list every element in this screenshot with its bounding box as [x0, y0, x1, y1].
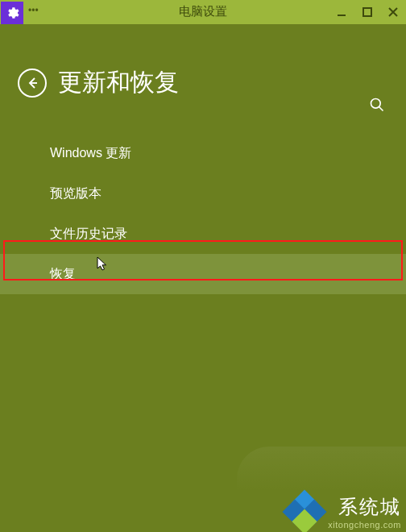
window-controls	[329, 0, 406, 24]
pc-settings-window: ••• 电脑设置 更新和恢复 Windows 更新	[0, 0, 406, 532]
menu-item-preview-builds[interactable]: 预览版本	[0, 173, 406, 214]
maximize-button[interactable]	[354, 0, 380, 24]
menu-label: 预览版本	[50, 185, 102, 202]
watermark-url: xitongcheng.com	[328, 520, 401, 530]
menu-label: 恢复	[50, 266, 76, 283]
svg-rect-1	[363, 8, 371, 16]
settings-app-icon[interactable]	[1, 2, 23, 24]
minimize-button[interactable]	[329, 0, 354, 24]
back-button[interactable]	[18, 69, 47, 98]
menu-item-windows-update[interactable]: Windows 更新	[0, 133, 406, 173]
settings-menu: Windows 更新 预览版本 文件历史记录 恢复	[0, 133, 406, 294]
page-header: 更新和恢复	[0, 24, 406, 99]
menu-item-recovery[interactable]: 恢复	[0, 254, 406, 294]
svg-point-2	[371, 99, 381, 109]
close-button[interactable]	[380, 0, 406, 24]
watermark: 系统城 xitongcheng.com	[286, 493, 401, 530]
menu-label: Windows 更新	[50, 145, 131, 162]
watermark-brand: 系统城	[338, 494, 401, 520]
menu-item-file-history[interactable]: 文件历史记录	[0, 214, 406, 254]
content-area: 更新和恢复 Windows 更新 预览版本 文件历史记录 恢复	[0, 24, 406, 294]
search-button[interactable]	[366, 94, 388, 116]
titlebar: ••• 电脑设置	[0, 0, 406, 24]
menu-label: 文件历史记录	[50, 226, 127, 243]
titlebar-menu-icon[interactable]: •••	[28, 5, 39, 16]
svg-rect-0	[338, 15, 346, 16]
page-title: 更新和恢复	[58, 66, 179, 99]
watermark-logo-icon	[286, 493, 323, 530]
